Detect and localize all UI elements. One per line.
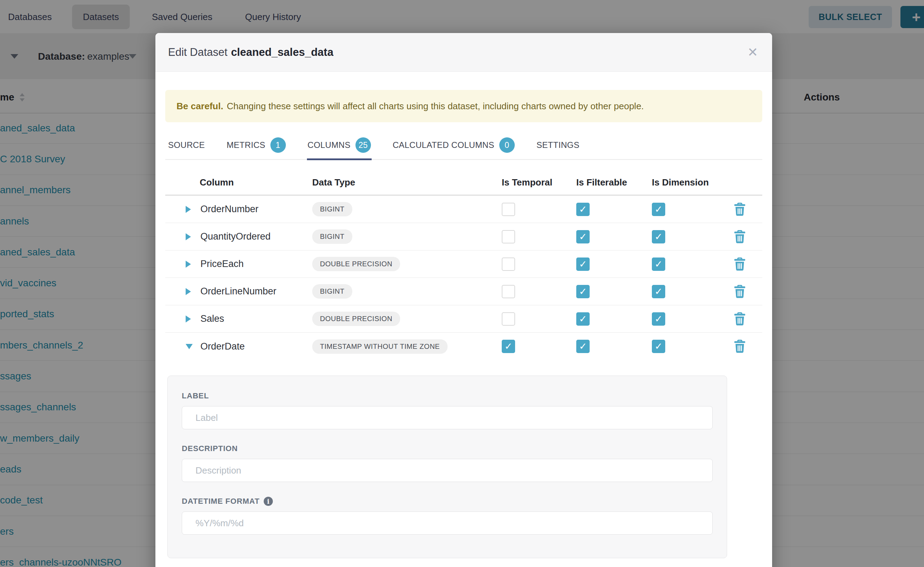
column-row: PriceEachDOUBLE PRECISION✓✓ — [165, 250, 762, 278]
column-detail-panel: LABEL DESCRIPTION DATETIME FORMAT i — [167, 375, 727, 558]
label-input[interactable] — [182, 406, 713, 429]
is-temporal-checkbox[interactable]: ✓ — [502, 340, 515, 353]
column-name: OrderNumber — [200, 204, 312, 214]
is-filterable-checkbox[interactable]: ✓ — [576, 203, 590, 216]
column-row: OrderDateTIMESTAMP WITHOUT TIME ZONE✓✓✓ — [165, 333, 762, 360]
active-tab-underline — [307, 158, 372, 160]
column-name-text: QuantityOrdered — [200, 231, 271, 242]
delete-column-button[interactable] — [734, 203, 746, 216]
column-data-type: BIGINT — [312, 230, 502, 244]
is-dimension-checkbox[interactable]: ✓ — [652, 340, 665, 353]
data-type-pill: TIMESTAMP WITHOUT TIME ZONE — [312, 339, 448, 354]
column-name: Sales — [200, 314, 312, 324]
expand-caret-icon[interactable] — [186, 288, 191, 295]
column-data-type: DOUBLE PRECISION — [312, 257, 502, 271]
tab-label: SETTINGS — [537, 140, 579, 150]
column-name-text: Sales — [200, 314, 224, 324]
is-dimension-checkbox[interactable]: ✓ — [652, 203, 665, 216]
tab-source[interactable]: SOURCE — [167, 131, 205, 159]
column-row: OrderNumberBIGINT✓✓ — [165, 196, 762, 223]
edit-dataset-modal: Edit Datasetcleaned_sales_data ✕ Be care… — [155, 33, 772, 567]
tab-count-badge: 1 — [270, 137, 286, 153]
column-name-text: OrderDate — [200, 341, 245, 352]
columns-table-header: Column Data Type Is Temporal Is Filterab… — [165, 170, 762, 196]
column-row: QuantityOrderedBIGINT✓✓ — [165, 223, 762, 250]
column-name: QuantityOrdered — [200, 231, 312, 242]
column-row: SalesDOUBLE PRECISION✓✓ — [165, 305, 762, 333]
is-temporal-checkbox[interactable] — [502, 230, 515, 243]
delete-column-button[interactable] — [734, 258, 746, 271]
tab-label: SOURCE — [168, 140, 205, 150]
data-type-pill: DOUBLE PRECISION — [312, 257, 400, 271]
is-temporal-checkbox[interactable] — [502, 203, 515, 216]
label-field-label: LABEL — [182, 392, 713, 400]
modal-title: Edit Datasetcleaned_sales_data — [168, 46, 333, 58]
data-type-pill: BIGINT — [312, 202, 352, 216]
modal-header: Edit Datasetcleaned_sales_data ✕ — [155, 33, 772, 72]
is-filterable-checkbox[interactable]: ✓ — [576, 340, 590, 353]
data-type-pill: BIGINT — [312, 230, 352, 244]
header-is-temporal: Is Temporal — [502, 177, 576, 188]
header-column: Column — [186, 177, 312, 188]
is-dimension-checkbox[interactable]: ✓ — [652, 312, 665, 326]
data-type-pill: DOUBLE PRECISION — [312, 312, 400, 326]
column-data-type: DOUBLE PRECISION — [312, 312, 502, 326]
datasets-page: Databases Datasets Saved Queries Query H… — [0, 0, 924, 567]
is-filterable-checkbox[interactable]: ✓ — [576, 258, 590, 271]
is-temporal-checkbox[interactable] — [502, 258, 515, 271]
column-name-text: OrderNumber — [200, 204, 259, 214]
is-filterable-checkbox[interactable]: ✓ — [576, 285, 590, 298]
column-data-type: BIGINT — [312, 202, 502, 216]
delete-column-button[interactable] — [734, 285, 746, 298]
tab-calculated-columns[interactable]: CALCULATED COLUMNS0 — [392, 131, 515, 159]
data-type-pill: BIGINT — [312, 284, 352, 298]
is-dimension-checkbox[interactable]: ✓ — [652, 285, 665, 298]
is-filterable-checkbox[interactable]: ✓ — [576, 230, 590, 243]
columns-table-rows: OrderNumberBIGINT✓✓QuantityOrderedBIGINT… — [165, 196, 762, 360]
datetime-format-input[interactable] — [182, 512, 713, 535]
is-filterable-checkbox[interactable]: ✓ — [576, 312, 590, 326]
collapse-caret-icon[interactable] — [186, 344, 193, 349]
tab-count-badge: 25 — [355, 137, 371, 153]
column-row: OrderLineNumberBIGINT✓✓ — [165, 278, 762, 305]
datetime-format-field-label: DATETIME FORMAT i — [182, 497, 713, 506]
tab-label: METRICS — [226, 140, 265, 150]
warning-banner-text: Changing these settings will affect all … — [227, 101, 644, 112]
warning-banner: Be careful. Changing these settings will… — [165, 90, 762, 122]
modal-body: Be careful. Changing these settings will… — [155, 90, 772, 558]
column-name-text: OrderLineNumber — [200, 286, 276, 297]
description-input[interactable] — [182, 459, 713, 482]
column-name-text: PriceEach — [200, 258, 244, 269]
column-data-type: TIMESTAMP WITHOUT TIME ZONE — [312, 339, 502, 354]
tab-settings[interactable]: SETTINGS — [536, 131, 580, 159]
warning-banner-bold: Be careful. — [176, 101, 223, 112]
expand-caret-icon[interactable] — [186, 261, 191, 268]
expand-caret-icon[interactable] — [186, 315, 191, 322]
column-data-type: BIGINT — [312, 284, 502, 298]
delete-column-button[interactable] — [734, 312, 746, 326]
tab-label: CALCULATED COLUMNS — [393, 140, 494, 150]
tab-columns[interactable]: COLUMNS25 — [307, 131, 372, 159]
expand-caret-icon[interactable] — [186, 233, 191, 240]
modal-tabs: SOURCEMETRICS1COLUMNS25CALCULATED COLUMN… — [165, 131, 762, 160]
is-temporal-checkbox[interactable] — [502, 285, 515, 298]
tab-count-badge: 0 — [499, 137, 515, 153]
delete-column-button[interactable] — [734, 230, 746, 243]
tab-metrics[interactable]: METRICS1 — [226, 131, 286, 159]
close-icon[interactable]: ✕ — [748, 46, 758, 58]
header-is-filterable: Is Filterable — [576, 177, 652, 188]
expand-caret-icon[interactable] — [186, 206, 191, 213]
column-name: OrderLineNumber — [200, 286, 312, 297]
description-field-label: DESCRIPTION — [182, 444, 713, 453]
header-data-type: Data Type — [312, 177, 502, 188]
tab-label: COLUMNS — [308, 140, 351, 150]
header-is-dimension: Is Dimension — [652, 177, 717, 188]
column-name: OrderDate — [200, 341, 312, 352]
is-dimension-checkbox[interactable]: ✓ — [652, 258, 665, 271]
is-dimension-checkbox[interactable]: ✓ — [652, 230, 665, 243]
is-temporal-checkbox[interactable] — [502, 312, 515, 326]
delete-column-button[interactable] — [734, 340, 746, 353]
info-icon[interactable]: i — [264, 497, 273, 506]
column-name: PriceEach — [200, 258, 312, 270]
